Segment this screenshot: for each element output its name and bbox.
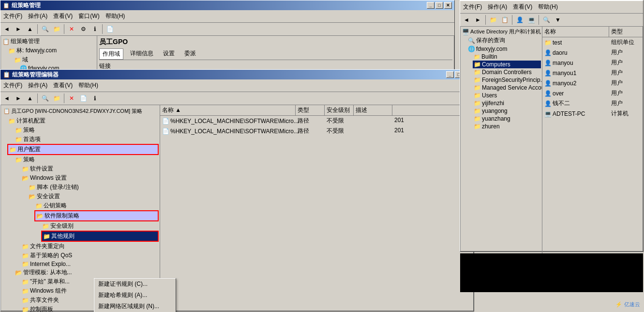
ad-computers[interactable]: 📁 Computers: [473, 61, 541, 68]
gpo-uc-folder-redirect[interactable]: 📁文件夹重定向: [21, 242, 159, 251]
gpm-menu-view[interactable]: 查看(V): [50, 11, 75, 21]
col-type[interactable]: 类型: [296, 105, 325, 115]
tab-details[interactable]: 详细信息: [127, 48, 156, 60]
col-security[interactable]: 安全级别: [325, 105, 354, 115]
gpo-uc-ie[interactable]: 📁Internet Explo...: [21, 260, 159, 268]
ad-forward-btn[interactable]: ►: [473, 15, 483, 25]
gpo-cc-prefs[interactable]: 📁首选项: [14, 135, 159, 144]
gpm-tree-domain-item[interactable]: 📁 域: [13, 55, 96, 64]
ad-row-over[interactable]: 👤 over 用户: [542, 88, 643, 98]
gpo-uc-otherrules[interactable]: 📁其他规则: [41, 231, 159, 242]
ad-filter-btn[interactable]: ▼: [553, 15, 563, 25]
gpm-up-btn[interactable]: ▲: [25, 24, 35, 34]
gpo-up-btn[interactable]: ▲: [25, 93, 35, 104]
ad-row-manyou[interactable]: 👤 manyou 用户: [542, 58, 643, 68]
ad-row-manyou-type: 用户: [609, 58, 643, 67]
col-name[interactable]: 名称 ▲: [160, 105, 296, 115]
gpm-back-btn[interactable]: ◄: [1, 24, 12, 34]
gpm-properties-btn[interactable]: ⚙: [78, 24, 89, 34]
ad-computer-btn[interactable]: 💻: [526, 15, 537, 25]
gpo-menu-view[interactable]: 查看(V): [50, 80, 75, 91]
gpo-delete-btn[interactable]: ✕: [66, 93, 77, 104]
gpm-tree-root[interactable]: 📋 组策略管理: [1, 37, 96, 46]
ctx-new-network[interactable]: 新建网络区域规则 (N)...: [94, 301, 176, 312]
gpo-back-btn[interactable]: ◄: [1, 93, 12, 104]
ad-zhuren[interactable]: 📁 zhuren: [473, 123, 541, 130]
gpm-menu-action[interactable]: 操作(A): [25, 11, 50, 21]
ad-row-manyou2[interactable]: 👤 manyou2 用户: [542, 78, 643, 88]
ad-folder-btn[interactable]: 📁: [488, 15, 498, 25]
gpo-uc-qos[interactable]: 📁基于策略的 QoS: [21, 251, 159, 260]
gpo-forward-btn[interactable]: ►: [13, 93, 24, 104]
gpo-uc-windows-settings[interactable]: 📂Windows 设置: [21, 173, 159, 183]
gpm-info-btn[interactable]: ℹ: [90, 24, 100, 34]
ad-row-daoru[interactable]: 👤 daoru 用户: [542, 47, 643, 58]
gpo-uc-security[interactable]: 📂安全设置: [28, 192, 159, 201]
gpo-list-row-1[interactable]: 📄 %HKEY_LOCAL_MACHINE\SOFTWARE\Micro... …: [160, 116, 474, 126]
gpm-extra-btn[interactable]: 📄: [105, 24, 115, 34]
ad-user-btn[interactable]: 👤: [514, 15, 525, 25]
gpm-delete-btn[interactable]: ✕: [66, 24, 77, 34]
tab-delegate[interactable]: 委派: [181, 48, 199, 60]
ad-row-adtest[interactable]: 💻 ADTEST-PC 计算机: [542, 109, 643, 119]
gpo-info-btn[interactable]: ℹ: [90, 93, 100, 104]
ad-yijifenzhi[interactable]: 📁 yijifenzhi: [473, 99, 541, 107]
ctx-new-hash[interactable]: 新建哈希规则 (A)...: [94, 290, 176, 301]
gpo-uc-seclevel[interactable]: 📁安全级别: [41, 221, 159, 231]
ad-row-test[interactable]: 📁 test 组织单位: [542, 37, 643, 47]
ad-search-btn[interactable]: 🔍: [541, 15, 552, 25]
ad-menu-view[interactable]: 查看(V): [510, 2, 535, 12]
ad-dc[interactable]: 📁 Domain Controllers: [473, 68, 541, 76]
gpm-forward-btn[interactable]: ►: [13, 24, 24, 34]
gpm-menu-help[interactable]: 帮助(H): [103, 11, 128, 21]
gpo-uc-swrestrict[interactable]: 📂软件限制策略: [34, 210, 159, 221]
col-desc[interactable]: 描述: [354, 105, 392, 115]
ad-users[interactable]: 📁 Users: [473, 92, 541, 99]
ad-menu-file[interactable]: 文件(F): [460, 2, 485, 12]
ad-domain[interactable]: 🌐 fdwxyjy.com: [467, 45, 541, 53]
ctx-new-cert[interactable]: 新建证书规则 (C)...: [94, 279, 176, 290]
gpo-uc-admtempl[interactable]: 📂管理模板: 从本地...: [14, 268, 159, 277]
gpo-search-btn[interactable]: 🔍: [40, 93, 50, 104]
gpm-menu-file[interactable]: 文件(F): [0, 11, 25, 21]
gpo-folder-btn[interactable]: 📁: [51, 93, 62, 104]
gpo-uc-pubkey[interactable]: 📁公钥策略: [34, 201, 159, 210]
ad-menu-action[interactable]: 操作(A): [485, 2, 510, 12]
ad-menu-help[interactable]: 帮助(H): [535, 2, 561, 12]
gpm-close-btn[interactable]: ✕: [444, 2, 452, 9]
gpo-minimize-btn[interactable]: _: [446, 71, 454, 78]
gpo-cc-policy[interactable]: 📁策略: [14, 125, 159, 135]
ad-yuanzhang[interactable]: 📁 yuanzhang: [473, 115, 541, 123]
gpo-root-item[interactable]: 📋 员工GPO [WIN-CDNONO3NS42.FDWXYJY.COM] 策略: [2, 107, 158, 115]
tab-settings[interactable]: 设置: [160, 48, 178, 60]
gpo-menu-file[interactable]: 文件(F): [0, 80, 25, 91]
gpm-search-btn[interactable]: 🔍: [40, 24, 50, 34]
ad-policy-btn[interactable]: 📋: [499, 15, 510, 25]
gpo-export-btn[interactable]: 📄: [78, 93, 89, 104]
gpo-computer-config-item[interactable]: 📁 计算机配置: [7, 116, 159, 125]
ad-back-btn[interactable]: ◄: [461, 15, 472, 25]
gpo-list-row-2[interactable]: 📄 %HKEY_LOCAL_MACHINE\SOFTWARE\Micro... …: [160, 126, 474, 136]
ad-saved-queries[interactable]: 🔍 保存的查询: [467, 36, 541, 45]
gpo-menu-help[interactable]: 帮助(H): [75, 80, 101, 91]
gpo-user-config-item[interactable]: 📁 用户配置: [7, 144, 159, 155]
gpm-folder-btn[interactable]: 📁: [51, 24, 62, 34]
ad-row-qianer[interactable]: 👤 钱不二 用户: [542, 98, 643, 109]
gpm-minimize-btn[interactable]: _: [427, 2, 434, 9]
gpm-tree-lin[interactable]: 📁 林: fdwxyjy.com: [7, 46, 96, 55]
ad-yuangong[interactable]: 📁 yuangong: [473, 107, 541, 115]
gpm-menu-window[interactable]: 窗口(W): [75, 11, 102, 21]
ad-root[interactable]: 🖥️ Active Directory 用户和计算机: [461, 28, 541, 36]
gpo-uc-software[interactable]: 📁软件设置: [21, 164, 159, 173]
gpo-menu-action[interactable]: 操作(A): [25, 80, 50, 91]
gpo-uc-scripts[interactable]: 📁脚本 (登录/注销): [28, 183, 159, 192]
gpm-maximize-btn[interactable]: □: [435, 2, 443, 9]
tab-scope[interactable]: 作用域: [99, 48, 123, 60]
gpo-uc-policy[interactable]: 📁策略: [14, 155, 159, 164]
ad-row-manyou1[interactable]: 👤 manyou1 用户: [542, 68, 643, 78]
ad-fsp[interactable]: 📁 ForeignSecurityPrincip...: [473, 76, 541, 84]
ad-msa[interactable]: 📁 Managed Service Accour...: [473, 84, 541, 92]
ad-col-name[interactable]: 名称: [542, 27, 609, 37]
ad-col-type[interactable]: 类型: [609, 27, 643, 37]
ad-builtin[interactable]: 📁 Builtin: [473, 53, 541, 61]
